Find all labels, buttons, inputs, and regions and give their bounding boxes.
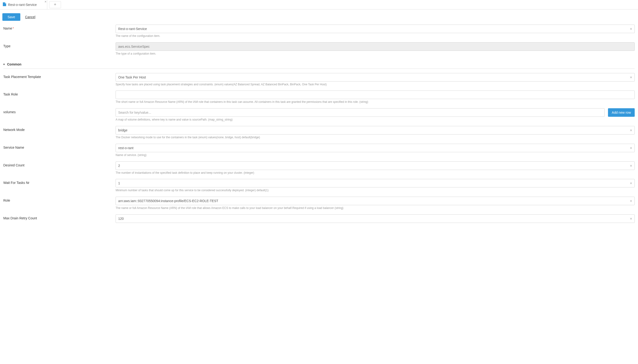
field-task-placement-template: Task Placement Template ✕ Specify how ta…	[3, 73, 635, 86]
wait-for-tasks-nr-input[interactable]	[116, 179, 635, 188]
field-type: Type The type of a configuration item.	[3, 42, 635, 56]
field-volumes: volumes A map of volume definitions, whe…	[3, 108, 635, 122]
wait-for-tasks-nr-label: Wait For Tasks Nr	[3, 179, 116, 192]
clear-icon[interactable]: ✕	[630, 199, 632, 203]
role-input[interactable]	[116, 197, 635, 205]
name-label: Name*	[3, 24, 116, 38]
desired-count-input[interactable]	[116, 162, 635, 170]
task-role-label: Task Role	[3, 90, 116, 104]
clear-icon[interactable]: ✕	[630, 182, 632, 185]
field-task-role: Task Role The short name or full Amazon …	[3, 90, 635, 104]
tab-label: Rest-o-rant-Service	[8, 3, 37, 6]
service-name-help: Name of service. (string)	[116, 153, 635, 157]
type-help: The type of a configuration item.	[116, 52, 635, 56]
clear-icon[interactable]: ✕	[630, 128, 632, 132]
desired-count-help: The number of instantiations of the spec…	[116, 171, 635, 175]
save-button[interactable]: Save	[2, 13, 20, 21]
clear-icon[interactable]: ✕	[630, 164, 632, 167]
type-input	[116, 42, 635, 51]
task-role-input[interactable]	[116, 90, 635, 99]
section-common-title: Common	[7, 62, 22, 66]
field-desired-count: Desired Count ✕ The number of instantiat…	[3, 162, 635, 175]
chevron-down-icon: ▾	[3, 63, 5, 66]
field-service-name: Service Name ✕ Name of service. (string)	[3, 144, 635, 157]
field-network-mode: Network Mode ✕ The Docker networking mod…	[3, 126, 635, 140]
volumes-label: volumes	[3, 108, 116, 122]
clear-icon[interactable]: ✕	[630, 217, 632, 220]
name-help: The name of the configuration item.	[116, 34, 635, 38]
tab-bar: Rest-o-rant-Service ✕ +	[0, 0, 638, 10]
field-wait-for-tasks-nr: Wait For Tasks Nr ✕ Minimum number of ta…	[3, 179, 635, 192]
tab-active[interactable]: Rest-o-rant-Service ✕	[0, 0, 47, 9]
clear-icon[interactable]: ✕	[630, 76, 632, 79]
volumes-search-input[interactable]	[116, 108, 605, 117]
section-common-header[interactable]: ▾ Common	[3, 60, 635, 69]
field-role: Role ✕ The name or full Amazon Resource …	[3, 197, 635, 210]
max-drain-retry-count-label: Max Drain Retry Count	[3, 214, 116, 223]
network-mode-help: The Docker networking mode to use for th…	[116, 136, 635, 140]
clear-icon[interactable]: ✕	[630, 27, 632, 31]
network-mode-label: Network Mode	[3, 126, 116, 140]
service-name-label: Service Name	[3, 144, 116, 157]
add-new-row-button[interactable]: Add new row	[608, 108, 635, 117]
network-mode-input[interactable]	[116, 126, 635, 134]
role-help: The name or full Amazon Resource Name (A…	[116, 206, 635, 210]
volumes-help: A map of volume definitions, where key i…	[116, 118, 605, 122]
close-icon[interactable]: ✕	[44, 0, 46, 3]
task-role-help: The short name or full Amazon Resource N…	[116, 100, 635, 104]
task-placement-template-help: Specify how tasks are placed using task …	[116, 82, 635, 86]
wait-for-tasks-nr-help: Minimum number of tasks that should come…	[116, 188, 635, 192]
service-name-input[interactable]	[116, 144, 635, 152]
max-drain-retry-count-input[interactable]	[116, 214, 635, 223]
name-input[interactable]	[116, 24, 635, 33]
clear-icon[interactable]: ✕	[630, 146, 632, 150]
action-bar: Save Cancel	[0, 10, 638, 24]
role-label: Role	[3, 197, 116, 210]
field-max-drain-retry-count: Max Drain Retry Count ✕	[3, 214, 635, 223]
task-placement-template-input[interactable]	[116, 73, 635, 82]
add-tab-button[interactable]: +	[49, 1, 61, 8]
file-icon	[3, 2, 6, 7]
desired-count-label: Desired Count	[3, 162, 116, 175]
cancel-link[interactable]: Cancel	[25, 15, 36, 19]
type-label: Type	[3, 42, 116, 56]
field-name: Name* ✕ The name of the configuration it…	[3, 24, 635, 38]
task-placement-template-label: Task Placement Template	[3, 73, 116, 86]
form-area: Name* ✕ The name of the configuration it…	[0, 24, 638, 223]
